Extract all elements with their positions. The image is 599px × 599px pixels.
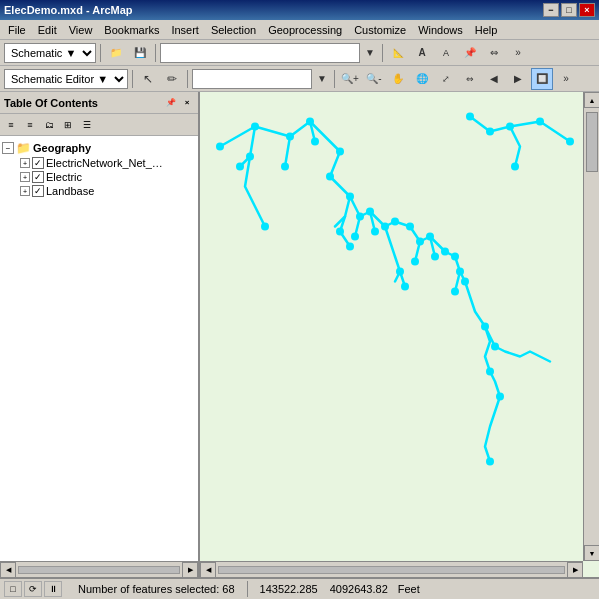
svg-point-43 xyxy=(486,368,494,376)
checkbox-electric[interactable]: ✓ xyxy=(32,171,44,183)
menu-help[interactable]: Help xyxy=(469,22,504,38)
svg-point-42 xyxy=(491,343,499,351)
extent-btn[interactable]: ⤢ xyxy=(435,68,457,90)
toc-pin-btn[interactable]: 📌 xyxy=(164,96,178,110)
status-btn-refresh[interactable]: ⟳ xyxy=(24,581,42,597)
toc-list-btn1[interactable]: ≡ xyxy=(2,116,20,134)
schematic-editor-dropdown[interactable]: Schematic Editor ▼ xyxy=(4,69,128,89)
dropdown-arrow[interactable]: ▼ xyxy=(362,42,378,64)
svg-point-34 xyxy=(441,248,449,256)
map-scrollbar-h[interactable]: ◀ ▶ xyxy=(200,561,583,577)
toolbar-btn-a2[interactable]: A xyxy=(435,42,457,64)
toc-close-btn[interactable]: × xyxy=(180,96,194,110)
svg-point-23 xyxy=(511,163,519,171)
toc-group-header-geography[interactable]: − 📁 Geography xyxy=(2,140,196,156)
separator3 xyxy=(382,44,383,62)
status-btn-rect[interactable]: □ xyxy=(4,581,22,597)
checkbox-landbase[interactable]: ✓ xyxy=(32,185,44,197)
separator5 xyxy=(187,70,188,88)
expand-btn-geography[interactable]: − xyxy=(2,142,14,154)
scrollbar-thumb-v[interactable] xyxy=(586,112,598,172)
svg-point-51 xyxy=(396,268,404,276)
toc-menu-btn[interactable]: ☰ xyxy=(78,116,96,134)
zoom-out-btn[interactable]: 🔍- xyxy=(363,68,385,90)
scroll-right-btn[interactable]: ▶ xyxy=(567,562,583,578)
map-area[interactable]: ▲ ▼ ◀ ▶ xyxy=(200,92,599,577)
toc-scroll-left[interactable]: ◀ xyxy=(0,562,16,578)
menu-insert[interactable]: Insert xyxy=(165,22,205,38)
toc-item-landbase: + ✓ Landbase xyxy=(2,184,196,198)
svg-point-49 xyxy=(336,228,344,236)
toolbar-btn-more[interactable]: » xyxy=(507,42,529,64)
editor-edit-btn[interactable]: ✏ xyxy=(161,68,183,90)
svg-point-18 xyxy=(466,113,474,121)
svg-point-16 xyxy=(281,163,289,171)
minimize-button[interactable]: − xyxy=(543,3,559,17)
separator4 xyxy=(132,70,133,88)
close-button[interactable]: × xyxy=(579,3,595,17)
toc-layers-btn[interactable]: 🗂 xyxy=(40,116,58,134)
svg-point-24 xyxy=(346,193,354,201)
status-btn-pause[interactable]: ⏸ xyxy=(44,581,62,597)
pan-btn[interactable]: ✋ xyxy=(387,68,409,90)
full-extent-btn[interactable]: ⇔ xyxy=(459,68,481,90)
toc-scrollbar-thumb[interactable] xyxy=(18,566,180,574)
svg-point-28 xyxy=(391,218,399,226)
toolbar-btn-a1[interactable]: 📐 xyxy=(387,42,409,64)
toolbar-btn-pin[interactable]: 📌 xyxy=(459,42,481,64)
map-scrollbar-v[interactable]: ▲ ▼ xyxy=(583,92,599,561)
toc-options-btn[interactable]: ⊞ xyxy=(59,116,77,134)
svg-point-48 xyxy=(261,223,269,231)
back-btn[interactable]: ◀ xyxy=(483,68,505,90)
svg-point-12 xyxy=(286,133,294,141)
open-button[interactable]: 📁 xyxy=(105,42,127,64)
expand-btn-landbase[interactable]: + xyxy=(20,186,30,196)
menu-selection[interactable]: Selection xyxy=(205,22,262,38)
toc-scroll-right[interactable]: ▶ xyxy=(182,562,198,578)
svg-point-22 xyxy=(566,138,574,146)
geography-label: Geography xyxy=(33,142,91,154)
zoom-input[interactable] xyxy=(192,69,312,89)
save-button[interactable]: 💾 xyxy=(129,42,151,64)
forward-btn[interactable]: ▶ xyxy=(507,68,529,90)
expand-btn-electric[interactable]: + xyxy=(20,172,30,182)
main-area: Table Of Contents 📌 × ≡ ≡ 🗂 ⊞ ☰ − 📁 Geog… xyxy=(0,92,599,577)
toc-list-btn2[interactable]: ≡ xyxy=(21,116,39,134)
scroll-down-btn[interactable]: ▼ xyxy=(584,545,599,561)
menu-view[interactable]: View xyxy=(63,22,99,38)
schematic-input[interactable] xyxy=(160,43,360,63)
svg-point-25 xyxy=(356,213,364,221)
svg-point-41 xyxy=(481,323,489,331)
toc-toolbar: ≡ ≡ 🗂 ⊞ ☰ xyxy=(0,114,198,136)
globe-btn[interactable]: 🌐 xyxy=(411,68,433,90)
scrollbar-thumb-h[interactable] xyxy=(218,566,565,574)
dropdown-arrow2[interactable]: ▼ xyxy=(314,68,330,90)
svg-point-46 xyxy=(246,153,254,161)
svg-point-20 xyxy=(506,123,514,131)
zoom-in-btn[interactable]: 🔍+ xyxy=(339,68,361,90)
menu-windows[interactable]: Windows xyxy=(412,22,469,38)
svg-point-40 xyxy=(451,288,459,296)
toolbar-btn-expand[interactable]: ⇔ xyxy=(483,42,505,64)
toc-item-electric: + ✓ Electric xyxy=(2,170,196,184)
scroll-up-btn[interactable]: ▲ xyxy=(584,92,599,108)
menu-geoprocessing[interactable]: Geoprocessing xyxy=(262,22,348,38)
menu-edit[interactable]: Edit xyxy=(32,22,63,38)
scroll-left-btn[interactable]: ◀ xyxy=(200,562,216,578)
maximize-button[interactable]: □ xyxy=(561,3,577,17)
checkbox-electricnetwork[interactable]: ✓ xyxy=(32,157,44,169)
expand-btn-electricnetwork[interactable]: + xyxy=(20,158,30,168)
more-btn[interactable]: » xyxy=(555,68,577,90)
select-tool-btn[interactable]: 🔲 xyxy=(531,68,553,90)
menu-customize[interactable]: Customize xyxy=(348,22,412,38)
schematic-dropdown[interactable]: Schematic ▼ xyxy=(4,43,96,63)
toolbar-btn-A[interactable]: A xyxy=(411,42,433,64)
menu-file[interactable]: File xyxy=(2,22,32,38)
menu-bookmarks[interactable]: Bookmarks xyxy=(98,22,165,38)
status-icons: □ ⟳ ⏸ xyxy=(4,581,62,597)
svg-point-26 xyxy=(366,208,374,216)
svg-point-15 xyxy=(326,173,334,181)
separator6 xyxy=(334,70,335,88)
toc-panel: Table Of Contents 📌 × ≡ ≡ 🗂 ⊞ ☰ − 📁 Geog… xyxy=(0,92,200,577)
editor-select-btn[interactable]: ↖ xyxy=(137,68,159,90)
